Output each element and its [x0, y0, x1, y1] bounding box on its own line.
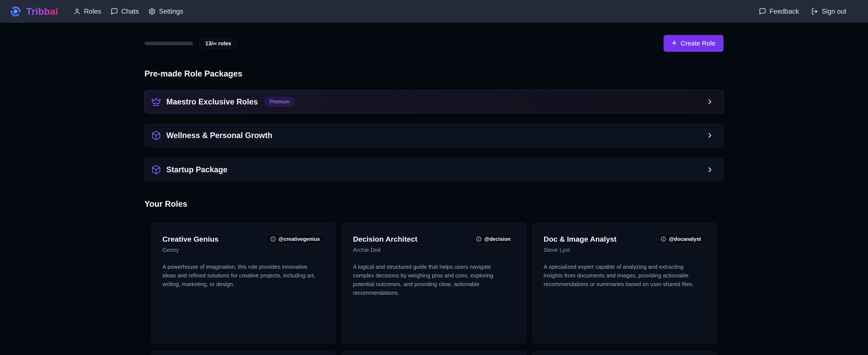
package-row-startup[interactable]: Startup Package	[145, 158, 723, 181]
role-card-creative-genius[interactable]: Creative Genius @creativegenius Genny A …	[151, 223, 336, 344]
role-card-title: Decision Architect	[353, 235, 417, 243]
user-icon	[73, 8, 81, 15]
main-content: 13/∞ roles + Create Role Pre-made Role P…	[145, 35, 723, 355]
role-card-partial[interactable]	[532, 351, 717, 355]
package-row-wellness[interactable]: Wellness & Personal Growth	[145, 124, 723, 147]
role-card-subtitle: Archie Doit	[353, 247, 516, 254]
role-handle: @decision	[484, 236, 510, 242]
brand-name: Tribbai	[26, 6, 58, 17]
nav-item-settings[interactable]: Settings	[148, 7, 183, 16]
package-name: Wellness & Personal Growth	[166, 131, 272, 140]
role-handle-badge[interactable]: @decision	[471, 234, 516, 244]
role-card-description: A powerhouse of imagination, this role p…	[162, 263, 318, 289]
nav-item-label: Chats	[121, 7, 139, 16]
info-icon	[660, 236, 666, 242]
create-role-label: Create Role	[681, 40, 715, 47]
roles-cards-grid: Creative Genius @creativegenius Genny A …	[145, 223, 723, 344]
nav-item-chats[interactable]: Chats	[111, 7, 139, 16]
role-card-title: Creative Genius	[162, 235, 218, 243]
role-card-subtitle: Genny	[162, 247, 325, 254]
role-card-partial[interactable]	[342, 351, 526, 355]
package-name: Maestro Exclusive Roles	[166, 97, 258, 107]
nav-item-label: Sign out	[822, 7, 846, 16]
role-card-description: A logical and structured guide that help…	[353, 263, 509, 297]
package-name: Startup Package	[166, 165, 227, 174]
package-row-maestro[interactable]: Maestro Exclusive Roles Premium	[145, 90, 723, 113]
top-nav: Tribbai Roles Chats	[0, 0, 868, 23]
chevron-right-icon	[706, 98, 714, 106]
roles-section-title: Your Roles	[145, 199, 723, 209]
role-card-partial[interactable]	[151, 351, 336, 355]
role-handle: @docanalyst	[669, 236, 701, 242]
brand[interactable]: Tribbai	[10, 6, 58, 17]
package-icon	[151, 130, 161, 141]
sign-out-icon	[811, 8, 818, 15]
role-card-doc-image-analyst[interactable]: Doc & Image Analyst @docanalyst Steve Ly…	[532, 223, 717, 344]
nav-item-label: Feedback	[770, 7, 799, 16]
role-handle: @creativegenius	[279, 236, 320, 242]
package-icon	[151, 165, 161, 175]
nav-item-label: Roles	[84, 7, 101, 16]
chat-bubble-icon	[759, 8, 766, 15]
role-card-title: Doc & Image Analyst	[544, 235, 617, 243]
nav-item-roles[interactable]: Roles	[73, 7, 101, 16]
info-icon	[270, 236, 276, 242]
crown-icon	[151, 97, 161, 107]
info-icon	[476, 236, 482, 242]
roles-progress-bar	[145, 41, 193, 45]
nav-items: Roles Chats Settings	[73, 7, 183, 16]
gear-icon	[148, 8, 156, 15]
roles-cards-grid-next-row	[145, 351, 723, 355]
plus-icon: +	[672, 38, 677, 47]
brand-logo-icon	[10, 6, 21, 17]
nav-item-signout[interactable]: Sign out	[811, 7, 846, 16]
premium-badge: Premium	[264, 97, 294, 107]
role-card-subtitle: Steve Lyst	[544, 247, 706, 254]
role-handle-badge[interactable]: @docanalyst	[655, 234, 706, 244]
roles-toolbar: 13/∞ roles + Create Role	[145, 35, 723, 52]
chevron-right-icon	[706, 131, 714, 139]
nav-item-feedback[interactable]: Feedback	[759, 7, 799, 16]
nav-right: Feedback Sign out	[759, 7, 846, 16]
roles-count-badge: 13/∞ roles	[199, 38, 237, 49]
nav-item-label: Settings	[159, 7, 183, 16]
chevron-right-icon	[706, 166, 714, 174]
role-card-description: A specialized expert capable of analyzin…	[544, 263, 700, 289]
chat-bubble-icon	[111, 8, 118, 15]
role-card-decision-architect[interactable]: Decision Architect @decision Archie Doit…	[342, 223, 526, 344]
packages-section-title: Pre-made Role Packages	[145, 69, 723, 79]
role-handle-badge[interactable]: @creativegenius	[265, 234, 325, 244]
create-role-button[interactable]: + Create Role	[663, 35, 723, 52]
